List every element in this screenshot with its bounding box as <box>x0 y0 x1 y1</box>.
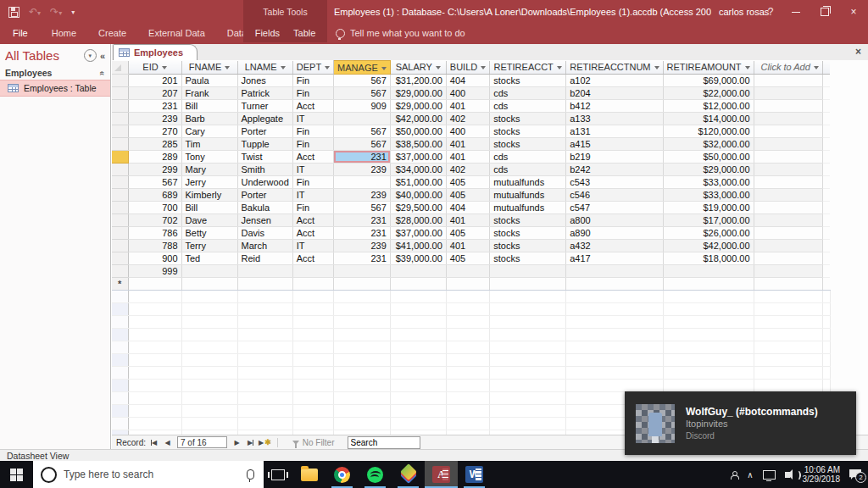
select-all-corner[interactable] <box>112 61 128 75</box>
cell[interactable]: Fin <box>292 138 333 151</box>
cell[interactable]: $42,000.00 <box>390 113 446 125</box>
cell[interactable] <box>754 176 822 189</box>
clock[interactable]: 10:06 AM 3/29/2018 <box>803 465 841 484</box>
cell[interactable]: $29,500.00 <box>390 202 446 214</box>
cell[interactable]: 231 <box>334 227 391 240</box>
customize-qat-icon[interactable]: ▾ <box>71 8 75 16</box>
cell[interactable]: 231 <box>334 252 391 265</box>
cell[interactable] <box>334 176 391 189</box>
next-record-button[interactable]: ▶ <box>231 437 242 448</box>
cell[interactable]: Jensen <box>237 214 292 227</box>
cell[interactable]: Barb <box>181 113 237 125</box>
cell[interactable]: $18,000.00 <box>663 252 754 265</box>
cell[interactable]: 786 <box>128 227 181 240</box>
taskbar-search-box[interactable]: Type here to search <box>33 461 264 488</box>
cell[interactable]: b242 <box>566 164 663 176</box>
sort-dropdown-icon[interactable] <box>225 66 230 69</box>
cell[interactable]: b412 <box>566 100 663 113</box>
cell[interactable] <box>566 265 663 278</box>
cell[interactable] <box>128 278 181 291</box>
record-selector[interactable] <box>112 138 128 151</box>
cell[interactable] <box>390 278 446 291</box>
cell[interactable]: stocks <box>490 125 566 138</box>
cell[interactable]: $50,000.00 <box>663 151 754 164</box>
sort-dropdown-icon[interactable] <box>557 66 562 69</box>
tab-create[interactable]: Create <box>87 24 137 42</box>
cell[interactable]: 405 <box>446 189 489 202</box>
cell[interactable]: 700 <box>128 202 181 214</box>
cell[interactable] <box>446 265 489 278</box>
tell-me-box[interactable]: Tell me what you want to do <box>336 24 465 42</box>
cell[interactable]: Kimberly <box>181 189 237 202</box>
column-header-salary[interactable]: SALARY <box>390 61 446 75</box>
filter-indicator[interactable]: No Filter <box>292 438 335 447</box>
record-selector[interactable] <box>112 113 128 125</box>
cell[interactable]: 567 <box>334 125 391 138</box>
cell[interactable] <box>446 278 489 291</box>
cell[interactable]: 239 <box>128 113 181 125</box>
cell[interactable]: Acct <box>292 214 333 227</box>
record-selector[interactable] <box>112 265 128 278</box>
cell[interactable] <box>754 214 822 227</box>
cell[interactable] <box>754 278 822 291</box>
cell[interactable] <box>754 227 822 240</box>
record-selector[interactable] <box>112 100 128 113</box>
cell[interactable] <box>754 87 822 100</box>
taskbar-access[interactable]: A <box>425 461 458 488</box>
cell[interactable]: $22,000.00 <box>663 87 754 100</box>
cell[interactable]: stocks <box>490 113 566 125</box>
cell[interactable]: $29,000.00 <box>390 100 446 113</box>
cell[interactable]: 689 <box>128 189 181 202</box>
sort-dropdown-icon[interactable] <box>162 66 167 69</box>
cell[interactable]: cds <box>490 87 566 100</box>
cell[interactable]: cds <box>490 151 566 164</box>
cell[interactable]: Underwood <box>237 176 292 189</box>
shutter-bar-close-icon[interactable]: « <box>100 51 107 61</box>
cell[interactable]: 900 <box>128 252 181 265</box>
cell[interactable]: 405 <box>446 227 489 240</box>
column-header-retireacct[interactable]: RETIREACCT <box>490 61 566 75</box>
cell[interactable]: stocks <box>490 252 566 265</box>
cell[interactable]: c543 <box>566 176 663 189</box>
cell[interactable]: Betty <box>181 227 237 240</box>
cell[interactable]: IT <box>292 240 333 252</box>
nav-pane-menu-icon[interactable]: ▾ <box>84 49 97 62</box>
cell[interactable]: stocks <box>490 227 566 240</box>
column-header-dept[interactable]: DEPT <box>292 61 333 75</box>
cell[interactable]: Porter <box>237 125 292 138</box>
cell[interactable] <box>754 189 822 202</box>
cell[interactable]: 788 <box>128 240 181 252</box>
cell[interactable] <box>237 278 292 291</box>
cell[interactable] <box>663 278 754 291</box>
close-document-icon[interactable]: × <box>855 46 861 58</box>
cell[interactable]: Mary <box>181 164 237 176</box>
cell[interactable]: $37,000.00 <box>390 151 446 164</box>
task-view-button[interactable] <box>264 461 292 488</box>
sort-dropdown-icon[interactable] <box>745 66 750 69</box>
cell[interactable]: $14,000.00 <box>663 113 754 125</box>
cell[interactable]: Turner <box>237 100 292 113</box>
column-header-lname[interactable]: LNAME <box>237 61 292 75</box>
cell[interactable] <box>566 278 663 291</box>
collapse-group-icon[interactable]: « <box>98 70 108 75</box>
cell[interactable]: Tupple <box>237 138 292 151</box>
start-button[interactable] <box>0 461 33 488</box>
close-button[interactable]: × <box>839 0 868 24</box>
cell[interactable]: a800 <box>566 214 663 227</box>
cell[interactable]: $31,200.00 <box>390 75 446 87</box>
cell[interactable]: 404 <box>446 75 489 87</box>
cell[interactable] <box>181 278 237 291</box>
cell[interactable] <box>754 252 822 265</box>
cell[interactable]: 231 <box>334 214 391 227</box>
cell[interactable]: $41,000.00 <box>390 240 446 252</box>
cell[interactable]: mutualfunds <box>490 202 566 214</box>
record-selector[interactable] <box>112 189 128 202</box>
taskbar-word[interactable]: W <box>458 461 491 488</box>
cell[interactable]: $33,000.00 <box>663 176 754 189</box>
cell[interactable] <box>754 125 822 138</box>
cell[interactable]: 401 <box>446 240 489 252</box>
discord-notification[interactable]: WolfGuy_ (#botcommands) Itopinvites Disc… <box>625 391 856 455</box>
sort-dropdown-icon[interactable] <box>654 66 659 69</box>
cell[interactable]: Fin <box>292 75 333 87</box>
cell[interactable] <box>754 240 822 252</box>
